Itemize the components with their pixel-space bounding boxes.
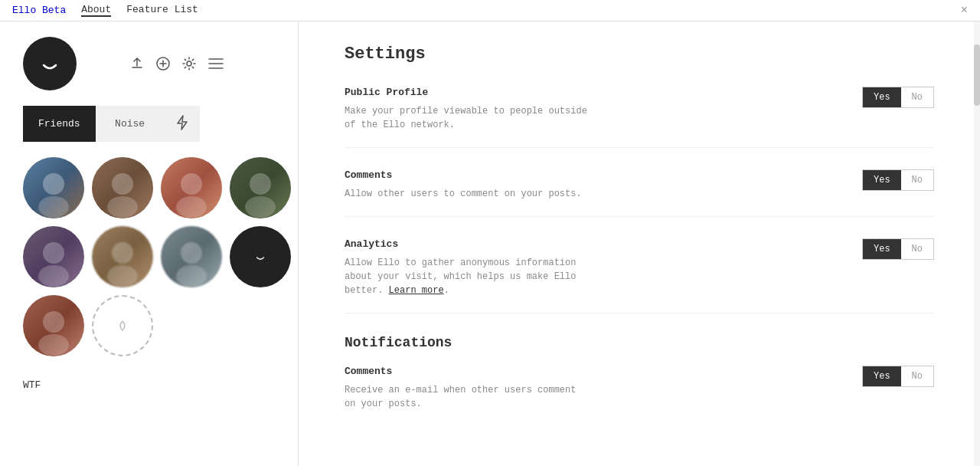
toggle-yes-comments[interactable]: Yes: [863, 170, 901, 190]
svg-point-2: [187, 61, 191, 66]
scrollbar-thumb[interactable]: [974, 44, 980, 106]
toggle-yes-analytics[interactable]: Yes: [863, 239, 901, 259]
setting-analytics: Analytics Allow Ello to gather anonymous…: [345, 238, 934, 313]
svg-point-16: [176, 265, 207, 287]
svg-point-15: [181, 242, 202, 264]
bottom-label: WTF: [0, 364, 298, 406]
close-button[interactable]: ×: [960, 4, 968, 18]
setting-content-notif-comments: Comments Receive an e-mail when other us…: [345, 366, 590, 411]
toggle-no-public-profile[interactable]: No: [901, 87, 933, 107]
svg-point-8: [176, 196, 207, 218]
svg-point-9: [250, 173, 271, 195]
svg-point-17: [253, 249, 268, 264]
user-avatar[interactable]: [23, 37, 77, 90]
share-icon[interactable]: [130, 57, 144, 71]
avatar-item[interactable]: [161, 157, 222, 218]
toolbar-icons: [130, 57, 224, 71]
svg-point-5: [112, 173, 133, 195]
add-icon[interactable]: [156, 57, 170, 71]
svg-point-4: [38, 196, 69, 218]
setting-desc-comments: Allow other users to comment on your pos…: [345, 187, 582, 201]
setting-public-profile: Public Profile Make your profile viewabl…: [345, 87, 934, 148]
setting-desc-notif-comments: Receive an e-mail when other users comme…: [345, 383, 590, 411]
settings-title: Settings: [345, 44, 934, 64]
toggle-yes-public-profile[interactable]: Yes: [863, 87, 901, 107]
svg-point-11: [43, 242, 64, 264]
main-layout: Friends Noise: [0, 21, 980, 466]
nav-feature-list[interactable]: Feature List: [126, 4, 198, 17]
learn-more-link[interactable]: Learn more: [389, 285, 444, 296]
svg-point-7: [181, 173, 202, 195]
avatar-item[interactable]: [23, 295, 84, 356]
settings-icon[interactable]: [182, 57, 196, 71]
svg-point-0: [36, 50, 64, 77]
setting-content-analytics: Analytics Allow Ello to gather anonymous…: [345, 238, 590, 297]
toggle-yes-notif-comments[interactable]: Yes: [863, 366, 901, 386]
svg-point-3: [43, 173, 64, 195]
brand-link[interactable]: Ello Beta: [12, 5, 66, 16]
tab-row: Friends Noise: [0, 106, 298, 142]
avatar-ello[interactable]: [230, 226, 291, 287]
tab-friends[interactable]: Friends: [23, 106, 96, 142]
nav-about[interactable]: About: [81, 4, 111, 17]
notifications-title: Notifications: [345, 335, 934, 350]
toggle-no-analytics[interactable]: No: [901, 239, 933, 259]
setting-desc-public-profile: Make your profile viewable to people out…: [345, 104, 590, 132]
setting-comments: Comments Allow other users to comment on…: [345, 169, 934, 217]
svg-point-18: [43, 311, 64, 333]
avatar-item[interactable]: [23, 157, 84, 218]
toggle-no-notif-comments[interactable]: No: [901, 366, 933, 386]
svg-point-13: [112, 242, 133, 264]
svg-point-12: [38, 265, 69, 287]
user-header: [0, 21, 298, 106]
setting-label-analytics: Analytics: [345, 238, 590, 250]
svg-point-14: [107, 265, 138, 287]
setting-notifications-comments: Comments Receive an e-mail when other us…: [345, 366, 934, 426]
avatar-item[interactable]: [92, 226, 153, 287]
avatar-placeholder[interactable]: [92, 295, 153, 356]
avatar-item[interactable]: [23, 226, 84, 287]
hamburger-icon[interactable]: [208, 58, 224, 69]
avatar-item[interactable]: [230, 157, 291, 218]
left-sidebar: Friends Noise: [0, 21, 299, 466]
setting-desc-analytics: Allow Ello to gather anonymous informati…: [345, 256, 590, 297]
scrollbar-track[interactable]: [974, 21, 980, 466]
setting-content-comments: Comments Allow other users to comment on…: [345, 169, 582, 201]
avatar-item[interactable]: [92, 157, 153, 218]
top-nav: Ello Beta About Feature List ×: [0, 0, 980, 21]
tab-lightning[interactable]: [165, 106, 200, 142]
svg-point-10: [245, 196, 276, 218]
svg-point-19: [38, 334, 69, 356]
setting-label-notif-comments: Comments: [345, 366, 590, 377]
avatar-grid: [0, 157, 298, 356]
toggle-no-comments[interactable]: No: [901, 170, 933, 190]
avatar-item[interactable]: [161, 226, 222, 287]
toggle-comments: Yes No: [862, 169, 934, 191]
toggle-notif-comments: Yes No: [862, 366, 934, 387]
setting-content: Public Profile Make your profile viewabl…: [345, 87, 590, 132]
toggle-public-profile: Yes No: [862, 87, 934, 108]
settings-panel: Settings Public Profile Make your profil…: [299, 21, 980, 466]
toggle-analytics: Yes No: [862, 238, 934, 260]
svg-point-6: [107, 196, 138, 218]
setting-label-public-profile: Public Profile: [345, 87, 590, 98]
tab-noise[interactable]: Noise: [96, 106, 165, 142]
setting-label-comments: Comments: [345, 169, 582, 181]
